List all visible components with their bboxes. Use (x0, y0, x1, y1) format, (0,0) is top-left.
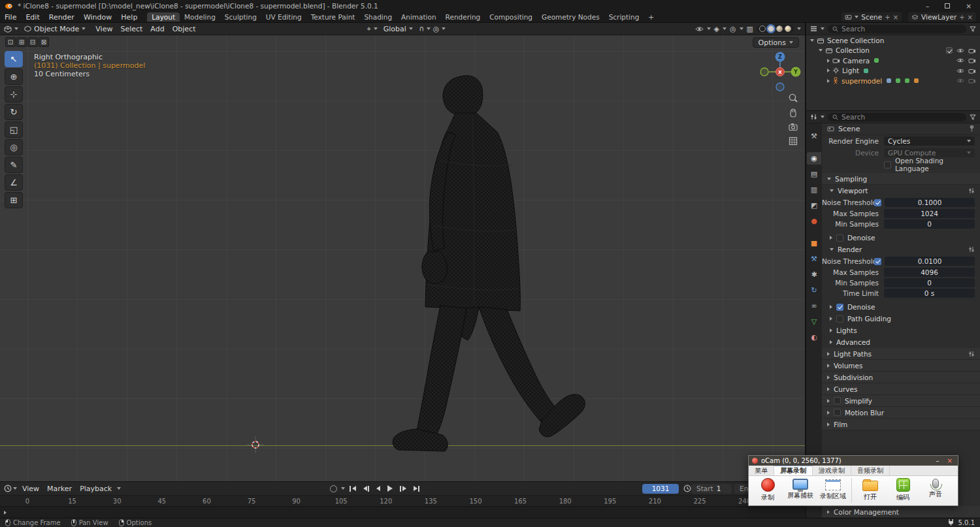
filter-funnel-icon[interactable] (970, 26, 976, 32)
osl-checkbox[interactable] (884, 161, 891, 168)
ocam-capture-button[interactable]: 屏幕捕获 (784, 476, 817, 500)
section-color-management[interactable]: Color Management (822, 506, 980, 518)
view-layer-tab[interactable]: ▥ (807, 184, 821, 196)
menu-window[interactable]: Window (79, 12, 116, 22)
annotate-tool[interactable]: ✎ (5, 157, 23, 173)
collapse-icon[interactable] (810, 39, 814, 42)
xray-toggle-icon[interactable]: ▥ (747, 25, 753, 33)
expand-icon[interactable] (827, 59, 830, 63)
render-noise-threshold-field[interactable]: 0.0100 (885, 257, 975, 266)
motion-blur-checkbox[interactable] (834, 409, 841, 416)
render-visibility-icon[interactable] (968, 78, 976, 84)
outliner-item-collection[interactable]: Collection (806, 46, 980, 56)
vp-min-samples-field[interactable]: 0 (884, 219, 975, 229)
remove-scene-button[interactable]: × (893, 14, 898, 21)
timeline-menu-marker[interactable]: Marker (43, 485, 76, 493)
transform-tool[interactable]: ◎ (5, 139, 23, 155)
outliner-item-supermodel[interactable]: supermodel (806, 76, 980, 86)
modifiers-tab[interactable]: ⚒ (807, 253, 821, 265)
workspace-tab-texture-paint[interactable]: Texture Paint (306, 12, 360, 22)
move-tool[interactable]: ⊹ (5, 86, 23, 103)
viewport-canvas[interactable]: ⊡⊞⊟⊠ Options ↖⊕⊹↻◱◎✎∠⊞ Right Orthographi… (0, 35, 805, 481)
properties-search-input[interactable]: Search (828, 113, 966, 121)
ocam-tab-游戏录制[interactable]: 游戏录制 (813, 466, 851, 475)
render-visibility-icon[interactable] (968, 68, 976, 74)
simplify-checkbox[interactable] (834, 397, 841, 404)
ocam-tab-音频录制[interactable]: 音频录制 (851, 466, 890, 475)
particles-tab[interactable]: ✱ (807, 268, 821, 281)
time-limit-field[interactable]: 0 s (884, 289, 975, 298)
section-light-paths[interactable]: Light Paths (822, 348, 980, 360)
shading-wireframe-button[interactable] (759, 25, 766, 32)
section-subdivision[interactable]: Subdivision (822, 372, 980, 383)
workspace-tab-layout[interactable]: Layout (147, 12, 180, 22)
ocam-open-button[interactable]: 打开 (854, 476, 887, 502)
viewport-menu-view[interactable]: View (91, 25, 116, 33)
minimize-button[interactable]: – (926, 2, 929, 10)
expand-channels-icon[interactable] (4, 511, 7, 515)
new-scene-button[interactable]: + (885, 14, 890, 21)
jump-to-start-button[interactable] (347, 484, 359, 493)
render-denoise-checkbox[interactable] (836, 304, 843, 311)
visibility-eye-icon[interactable] (695, 26, 704, 32)
render-visibility-icon[interactable] (968, 57, 976, 63)
play-reverse-button[interactable] (374, 484, 383, 493)
navigation-gizmo[interactable]: Z Y X (757, 51, 804, 93)
gizmos-icon[interactable]: ◈ (714, 25, 719, 33)
scale-tool[interactable]: ◱ (5, 121, 23, 138)
overlays-icon[interactable]: ◎ (730, 25, 736, 33)
render-max-samples-field[interactable]: 4096 (884, 268, 975, 277)
render-engine-select[interactable]: Cycles (884, 136, 975, 146)
workspace-tab-geometry-nodes[interactable]: Geometry Nodes (537, 12, 604, 22)
exclude-checkbox[interactable] (946, 47, 953, 54)
shading-rendered-button[interactable] (785, 25, 791, 32)
pan-hand-icon[interactable] (788, 107, 798, 118)
expand-icon[interactable] (827, 79, 830, 83)
workspace-tab-scripting[interactable]: Scripting (604, 12, 644, 22)
rotate-tool[interactable]: ↻ (5, 104, 23, 120)
section-simplify[interactable]: Simplify (822, 395, 980, 407)
section-sampling[interactable]: Sampling (822, 173, 980, 185)
preview-range-clock-icon[interactable] (683, 485, 691, 494)
camera-view-icon[interactable] (788, 121, 798, 132)
workspace-tab-uv-editing[interactable]: UV Editing (261, 12, 306, 22)
editor-type-icon[interactable] (4, 25, 12, 33)
transform-pivot-icon[interactable]: ⌖ (367, 25, 370, 33)
section-curves[interactable]: Curves (822, 383, 980, 395)
menu-render[interactable]: Render (44, 12, 79, 22)
select-mode-option-2[interactable]: ⊟ (27, 37, 38, 47)
outliner-search-input[interactable]: Search (828, 25, 966, 33)
tool-tab[interactable]: ⚒ (807, 130, 821, 142)
workspace-tab-compositing[interactable]: Compositing (485, 12, 537, 22)
auto-keying-toggle[interactable] (330, 485, 337, 492)
orientation-select[interactable]: Global (380, 25, 416, 33)
play-button[interactable] (385, 484, 395, 493)
workspace-tab-rendering[interactable]: Rendering (441, 12, 485, 22)
scene-selector[interactable]: Scene + × (841, 12, 902, 22)
physics-tab[interactable]: ↻ (807, 284, 821, 296)
section-motion-blur[interactable]: Motion Blur (822, 407, 980, 419)
select-mode-option-3[interactable]: ⊠ (39, 37, 49, 47)
next-keyframe-button[interactable] (397, 484, 409, 493)
measure-tool[interactable]: ∠ (5, 174, 23, 191)
viewport-menu-object[interactable]: Object (169, 25, 200, 33)
viewport-denoise-checkbox[interactable] (836, 234, 843, 242)
workspace-tab-sculpting[interactable]: Sculpting (220, 12, 261, 22)
timeline-ruler[interactable]: 0153045607590105120135150165180195210225… (0, 495, 806, 507)
section-path-guiding[interactable]: Path Guiding (822, 313, 980, 325)
data-tab[interactable]: ▽ (807, 315, 821, 328)
options-dropdown[interactable]: Options (753, 37, 799, 48)
section-volumes[interactable]: Volumes (822, 360, 980, 372)
shading-material-button[interactable] (776, 25, 783, 32)
ocam-region-button[interactable]: 录制区域 (817, 476, 849, 501)
filter-funnel-icon[interactable] (970, 114, 976, 120)
ocam-tab-屏幕录制[interactable]: 屏幕录制 (774, 466, 813, 475)
zoom-icon[interactable] (788, 93, 798, 103)
ocam-tab-菜单[interactable]: 菜单 (749, 466, 774, 475)
outliner-item-scene-collection[interactable]: Scene Collection (806, 35, 980, 46)
section-viewport-denoise[interactable]: Denoise (822, 232, 980, 244)
eye-icon[interactable] (956, 48, 964, 54)
proportional-editing-icon[interactable]: ◎ (433, 25, 440, 33)
ocam-sound-button[interactable]: 声音 (919, 476, 952, 499)
object-tab[interactable]: ■ (807, 237, 821, 249)
